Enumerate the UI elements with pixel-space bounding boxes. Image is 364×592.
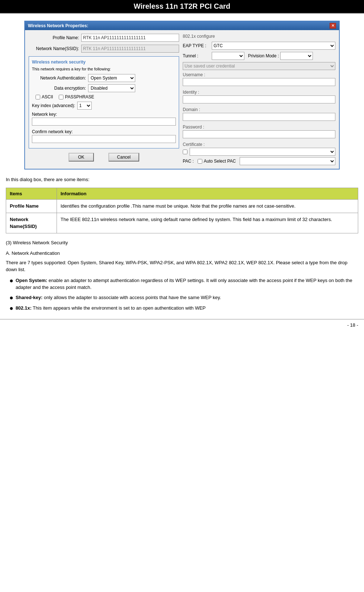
key-index-label: Key index (advanced): bbox=[32, 103, 75, 108]
network-name-label: Network Name(SSID): bbox=[29, 46, 81, 51]
page-header: Wireless 11n 1T2R PCI Card bbox=[0, 0, 364, 13]
page-number: - 18 - bbox=[347, 322, 358, 328]
use-saved-select[interactable]: Use saved user credential bbox=[183, 62, 335, 70]
table-col2-header: Information bbox=[57, 188, 358, 200]
domain-label: Domain : bbox=[183, 107, 335, 112]
certificate-checkbox[interactable] bbox=[183, 150, 187, 154]
table-cell-item: Network Name(SSID) bbox=[6, 213, 57, 233]
dialog-wrapper: Wireless Network Properties: ✕ Profile N… bbox=[0, 13, 364, 173]
network-key-input[interactable] bbox=[32, 118, 176, 126]
security-section: Wireless network security This network r… bbox=[29, 56, 179, 148]
section2-heading: A. Network Authentication bbox=[6, 250, 358, 257]
bullet-dot: ● bbox=[9, 277, 13, 291]
certificate-select[interactable] bbox=[190, 148, 335, 156]
dialog-body: Profile Name: Network Name(SSID): Wirele… bbox=[25, 30, 339, 169]
bullet-text: Shared-key: only allows the adapter to a… bbox=[16, 294, 358, 302]
pac-label: PAC : bbox=[183, 159, 195, 164]
bullet-dot: ● bbox=[9, 305, 13, 313]
table-cell-info: Identifies the configuration profile .Th… bbox=[57, 200, 358, 213]
table-cell-item: Profile Name bbox=[6, 200, 57, 213]
certificate-label: Certificate : bbox=[183, 142, 335, 147]
info-table: Items Information Profile NameIdentifies… bbox=[6, 188, 358, 233]
identity-label: Identity : bbox=[183, 90, 335, 95]
table-row: Network Name(SSID)The IEEE 802.11n wirel… bbox=[6, 213, 358, 233]
eap-configure-title: 802.1x configure bbox=[183, 34, 335, 39]
footer-separator bbox=[0, 319, 364, 319]
username-input[interactable] bbox=[183, 78, 335, 86]
pac-select[interactable] bbox=[240, 157, 336, 165]
dialog-box: Wireless Network Properties: ✕ Profile N… bbox=[24, 21, 340, 170]
checkbox-row: ASCII PASSPHRASE bbox=[36, 94, 176, 99]
network-auth-label: Network Authentication: bbox=[32, 75, 88, 81]
data-enc-label: Data encryption: bbox=[32, 86, 88, 91]
security-title: Wireless network security bbox=[32, 60, 176, 65]
dialog-titlebar: Wireless Network Properties: ✕ bbox=[25, 21, 339, 30]
auto-select-pac-label[interactable]: Auto Select PAC bbox=[198, 159, 236, 164]
section1-heading: (3) Wireless Network Security bbox=[6, 239, 358, 246]
provision-mode-select[interactable] bbox=[280, 52, 313, 60]
list-item: ● Shared-key: only allows the adapter to… bbox=[9, 294, 358, 302]
confirm-key-input[interactable] bbox=[32, 135, 176, 143]
table-col1-header: Items bbox=[6, 188, 57, 200]
main-content: In this dialog box, there are some items… bbox=[0, 173, 364, 318]
identity-input[interactable] bbox=[183, 95, 335, 103]
table-cell-info: The IEEE 802.11n wireless network name, … bbox=[57, 213, 358, 233]
bullet-text: 802.1x: This item appears while the envi… bbox=[16, 305, 358, 313]
passphrase-label: PASSPHRASE bbox=[65, 94, 94, 99]
data-enc-select[interactable]: Disabled bbox=[88, 84, 135, 92]
button-row: OK Cancel bbox=[29, 153, 179, 164]
ok-button[interactable]: OK bbox=[69, 153, 94, 162]
confirm-key-label: Confirm network key: bbox=[32, 129, 176, 134]
profile-name-input[interactable] bbox=[81, 34, 179, 42]
intro-text: In this dialog box, there are some items… bbox=[6, 176, 358, 183]
security-desc: This network requires a key for the foll… bbox=[32, 67, 176, 71]
profile-name-row: Profile Name: bbox=[29, 34, 179, 42]
domain-input[interactable] bbox=[183, 113, 335, 121]
tunnel-row: Tunnel : Privision Mode : bbox=[183, 52, 335, 60]
table-row: Profile NameIdentifies the configuration… bbox=[6, 200, 358, 213]
ascii-checkbox-label[interactable]: ASCII bbox=[36, 94, 53, 99]
profile-name-label: Profile Name: bbox=[29, 35, 81, 40]
password-input[interactable] bbox=[183, 130, 335, 138]
eap-type-row: EAP TYPE : GTC bbox=[183, 42, 335, 50]
list-item: ● Open System: enable an adapter to atte… bbox=[9, 277, 358, 291]
network-auth-row: Network Authentication: Open System bbox=[32, 74, 176, 82]
username-label: Username : bbox=[183, 72, 335, 77]
cancel-button[interactable]: Cancel bbox=[108, 153, 139, 162]
network-name-row: Network Name(SSID): bbox=[29, 45, 179, 53]
key-index-select[interactable]: 1 bbox=[77, 102, 92, 110]
network-key-label: Network key: bbox=[32, 112, 176, 117]
tunnel-label: Tunnel : bbox=[183, 53, 212, 58]
para1: There are 7 types supported: Open System… bbox=[6, 259, 358, 273]
network-name-input[interactable] bbox=[81, 45, 179, 53]
list-item: ● 802.1x: This item appears while the en… bbox=[9, 305, 358, 313]
pac-row: PAC : Auto Select PAC bbox=[183, 157, 335, 165]
left-panel: Profile Name: Network Name(SSID): Wirele… bbox=[29, 34, 179, 165]
bullet-dot: ● bbox=[9, 294, 13, 302]
ascii-label: ASCII bbox=[42, 94, 53, 99]
dialog-title: Wireless Network Properties: bbox=[28, 23, 88, 28]
tunnel-select[interactable] bbox=[212, 52, 244, 60]
key-index-row: Key index (advanced): 1 bbox=[32, 102, 176, 110]
passphrase-checkbox[interactable] bbox=[59, 95, 63, 99]
network-auth-select[interactable]: Open System bbox=[88, 74, 135, 82]
page-footer: - 18 - bbox=[0, 321, 364, 329]
data-enc-row: Data encryption: Disabled bbox=[32, 84, 176, 92]
passphrase-checkbox-label[interactable]: PASSPHRASE bbox=[59, 94, 94, 99]
page-title: Wireless 11n 1T2R PCI Card bbox=[134, 2, 231, 10]
bullet-list: ● Open System: enable an adapter to atte… bbox=[6, 277, 358, 313]
dialog-close-button[interactable]: ✕ bbox=[330, 23, 336, 29]
right-panel: 802.1x configure EAP TYPE : GTC Tunnel :… bbox=[183, 34, 335, 165]
use-saved-row: Use saved user credential bbox=[183, 62, 335, 70]
eap-type-label: EAP TYPE : bbox=[183, 43, 212, 48]
provision-mode-label: Privision Mode : bbox=[248, 53, 279, 58]
password-label: Password : bbox=[183, 124, 335, 130]
bullet-text: Open System: enable an adapter to attemp… bbox=[16, 277, 358, 291]
eap-type-select[interactable]: GTC bbox=[212, 42, 335, 50]
auto-select-pac-text: Auto Select PAC bbox=[204, 159, 236, 164]
ascii-checkbox[interactable] bbox=[36, 95, 40, 99]
auto-select-pac-checkbox[interactable] bbox=[198, 159, 202, 164]
cert-row bbox=[183, 148, 335, 156]
